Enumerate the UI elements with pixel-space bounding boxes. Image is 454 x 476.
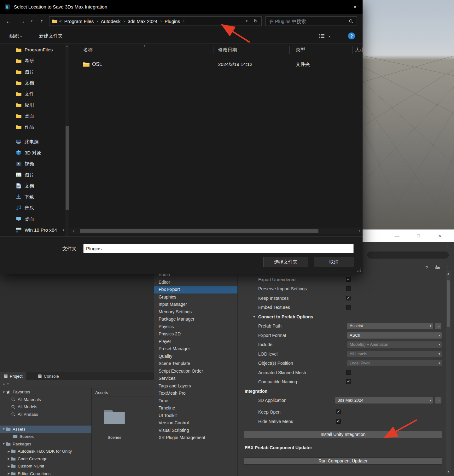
- settings-scrollbar[interactable]: ▲ ▼: [446, 271, 451, 474]
- presets-icon[interactable]: [435, 265, 440, 270]
- column-header-name[interactable]: 名称: [83, 44, 93, 55]
- foldout-closed-icon[interactable]: ▶: [7, 450, 11, 453]
- sidebar-item-works[interactable]: 作品: [0, 122, 65, 132]
- sidebar-scrollbar[interactable]: ∧: [65, 44, 69, 236]
- dialog-close-icon[interactable]: ×: [347, 0, 363, 14]
- tree-item-all-materials[interactable]: All Materials: [0, 396, 91, 403]
- tree-item-assets[interactable]: ▼ Assets: [0, 426, 91, 433]
- sidebar-item-music[interactable]: 音乐: [0, 203, 65, 213]
- settings-search-input[interactable]: [368, 252, 448, 258]
- breadcrumb-item-program-files[interactable]: Program Files: [64, 19, 94, 24]
- tree-item-favorites[interactable]: ▼ Favorites: [0, 388, 91, 396]
- sidebar-item-downloads[interactable]: 下载: [0, 192, 65, 202]
- divider[interactable]: [91, 388, 92, 476]
- settings-category[interactable]: XR Plugin Management: [154, 434, 237, 442]
- 3d-application-dropdown[interactable]: 3ds Max 2024: [335, 397, 433, 403]
- foldout-closed-icon[interactable]: ▶: [7, 465, 11, 468]
- scrollbar-thumb[interactable]: [447, 280, 450, 327]
- column-header-date[interactable]: 修改日期: [218, 44, 237, 55]
- sidebar-item-videos[interactable]: 视频: [0, 159, 65, 169]
- tab-project[interactable]: Project: [0, 372, 26, 380]
- scroll-up-icon[interactable]: ∧: [66, 45, 68, 48]
- tree-item-all-prefabs[interactable]: All Prefabs: [0, 411, 91, 418]
- close-button[interactable]: ×: [433, 229, 447, 242]
- expand-icon[interactable]: ▾: [63, 225, 64, 235]
- organize-menu[interactable]: 组织 ▾: [9, 28, 22, 44]
- address-dropdown-icon[interactable]: ▾: [246, 17, 247, 26]
- breadcrumb-item-plugins[interactable]: Plugins: [165, 19, 180, 24]
- help-icon[interactable]: ?: [348, 32, 355, 39]
- prefab-path-dropdown[interactable]: Assets/: [347, 323, 433, 329]
- sidebar-item-desktop-pin[interactable]: 桌面: [0, 111, 65, 121]
- sidebar-item-apps[interactable]: 应用: [0, 100, 65, 110]
- hide-native-menu-checkbox[interactable]: [336, 419, 341, 424]
- column-header-type[interactable]: 类型: [296, 44, 305, 55]
- scrollbar-thumb[interactable]: [80, 229, 318, 233]
- export-format-dropdown[interactable]: ASCII: [347, 332, 442, 339]
- animated-skinned-mesh-checkbox[interactable]: [346, 370, 351, 375]
- view-mode-icon[interactable]: [319, 34, 325, 38]
- keep-open-checkbox[interactable]: [336, 409, 341, 414]
- tree-item-code-coverage[interactable]: ▶ Code Coverage: [0, 455, 91, 463]
- column-divider[interactable]: [213, 46, 213, 54]
- sidebar-item-pictures-pin[interactable]: 图片: [0, 67, 65, 77]
- settings-search-box[interactable]: [367, 252, 449, 258]
- column-header-size[interactable]: 大小: [355, 44, 363, 55]
- breadcrumb-item-3ds-max-2024[interactable]: 3ds Max 2024: [128, 19, 157, 24]
- search-input[interactable]: [266, 17, 357, 26]
- sidebar-item-programfiles[interactable]: ProgramFiles: [0, 45, 65, 55]
- breadcrumb-chevron-icon[interactable]: ›: [94, 19, 101, 24]
- foldout-open-icon[interactable]: ▼: [2, 442, 6, 445]
- breadcrumb-chevron-icon[interactable]: ›: [157, 19, 165, 24]
- breadcrumb[interactable]: « Program Files › Autodesk › 3ds Max 202…: [49, 16, 262, 26]
- view-mode-dropdown-icon[interactable]: ▾: [329, 35, 330, 38]
- keep-instances-checkbox[interactable]: [346, 296, 351, 300]
- sidebar-item-desktop[interactable]: 桌面: [0, 214, 65, 224]
- back-icon[interactable]: ←: [6, 14, 11, 28]
- more-menu-icon[interactable]: ⋮: [445, 265, 449, 270]
- breadcrumb-item-autodesk[interactable]: Autodesk: [101, 19, 121, 24]
- column-divider[interactable]: [352, 46, 352, 54]
- tree-item-scenes[interactable]: Scenes: [0, 433, 91, 440]
- search-box[interactable]: [265, 16, 357, 26]
- horizontal-scrollbar[interactable]: ‹ ›: [70, 228, 363, 234]
- scroll-up-icon[interactable]: ▲: [446, 272, 451, 275]
- sidebar-item-win10-drive[interactable]: Win 10 Pro x64▾: [0, 225, 65, 235]
- select-folder-button[interactable]: 选择文件夹: [264, 257, 308, 267]
- foldout-open-icon[interactable]: ▼: [253, 313, 256, 320]
- forward-icon[interactable]: →: [20, 14, 25, 28]
- sidebar-item-kaoyan[interactable]: 考研: [0, 56, 65, 66]
- column-divider[interactable]: [289, 46, 290, 54]
- breadcrumb-overflow-icon[interactable]: «: [57, 19, 64, 24]
- run-component-updater-button[interactable]: Run Component Updater: [244, 457, 442, 465]
- tree-item-autodesk-fbx-sdk[interactable]: ▶ Autodesk FBX SDK for Unity: [0, 448, 91, 455]
- help-icon[interactable]: ?: [425, 265, 428, 270]
- foldout-open-icon[interactable]: ▼: [2, 427, 6, 431]
- create-asset-dropdown-icon[interactable]: ▾: [7, 382, 9, 386]
- foldout-closed-icon[interactable]: ▶: [7, 472, 11, 475]
- compatible-naming-checkbox[interactable]: [346, 379, 351, 384]
- refresh-icon[interactable]: ↻: [253, 17, 258, 26]
- history-dropdown-icon[interactable]: ▾: [31, 14, 32, 28]
- install-unity-integration-button[interactable]: Install Unity Integration: [244, 431, 442, 438]
- maximize-button[interactable]: □: [411, 229, 426, 242]
- sidebar-item-files[interactable]: 文件: [0, 89, 65, 99]
- scroll-down-icon[interactable]: ▼: [446, 470, 451, 473]
- tree-item-packages[interactable]: ▼ Packages: [0, 440, 91, 448]
- folder-name-input[interactable]: [83, 244, 354, 253]
- prefab-path-browse-button[interactable]: ...: [435, 323, 441, 329]
- search-icon[interactable]: [349, 19, 353, 24]
- cancel-button[interactable]: 取消: [314, 257, 354, 267]
- sidebar-item-pictures[interactable]: 图片: [0, 170, 65, 180]
- preserve-import-settings-checkbox[interactable]: [346, 286, 351, 291]
- sidebar-item-3d-objects[interactable]: 3D 对象: [0, 148, 65, 158]
- new-folder-button[interactable]: 新建文件夹: [39, 28, 63, 44]
- foldout-closed-icon[interactable]: ▶: [7, 457, 11, 460]
- create-asset-button[interactable]: +: [3, 381, 5, 386]
- tree-item-editor-coroutines[interactable]: ▶ Editor Coroutines: [0, 470, 91, 476]
- sidebar-item-this-pc[interactable]: 此电脑: [0, 137, 65, 147]
- breadcrumb-chevron-icon[interactable]: ›: [180, 19, 187, 24]
- minimize-button[interactable]: —: [390, 229, 404, 242]
- convert-to-prefab-options-foldout[interactable]: Convert to Prefab Options: [258, 313, 313, 320]
- embed-textures-checkbox[interactable]: [346, 305, 351, 310]
